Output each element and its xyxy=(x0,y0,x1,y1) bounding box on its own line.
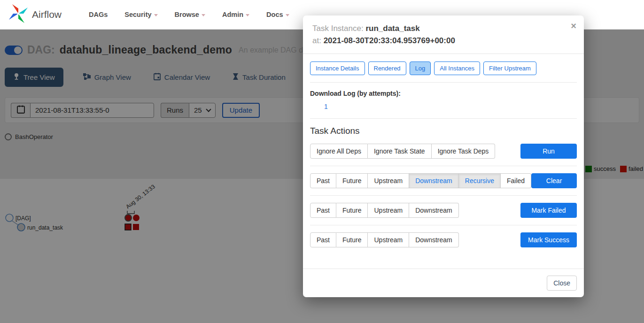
at-prefix: at: xyxy=(312,36,321,45)
instance-details-button[interactable]: Instance Details xyxy=(310,62,365,75)
nav-label: DAGs xyxy=(89,11,108,18)
execution-timestamp: 2021-08-30T20:33:04.953769+00:00 xyxy=(324,36,455,45)
title-task-name: run_data_task xyxy=(365,24,419,33)
downstream-toggle[interactable]: Downstream xyxy=(409,232,459,247)
ignore-options-group: Ignore All Deps Ignore Task State Ignore… xyxy=(310,144,495,159)
caret-down-icon xyxy=(286,14,289,16)
nav-label: Docs xyxy=(266,11,283,18)
clear-options-group: Past Future Upstream Downstream Recursiv… xyxy=(310,173,531,188)
nav-label: Browse xyxy=(175,11,199,18)
task-instance-modal: Task Instance: run_data_task at: 2021-08… xyxy=(303,15,584,297)
ignore-all-deps-toggle[interactable]: Ignore All Deps xyxy=(310,144,368,159)
rendered-button[interactable]: Rendered xyxy=(368,62,406,75)
mark-failed-button[interactable]: Mark Failed xyxy=(520,203,577,218)
all-instances-button[interactable]: All Instances xyxy=(434,62,480,75)
modal-footer: Close xyxy=(303,269,584,297)
mark-failed-options-group: Past Future Upstream Downstream xyxy=(310,203,459,218)
airflow-brand[interactable]: Airflow xyxy=(8,4,62,25)
downstream-toggle[interactable]: Downstream xyxy=(409,173,459,188)
future-toggle[interactable]: Future xyxy=(336,232,368,247)
caret-down-icon xyxy=(154,14,158,16)
future-toggle[interactable]: Future xyxy=(336,203,368,218)
upstream-toggle[interactable]: Upstream xyxy=(368,173,409,188)
caret-down-icon xyxy=(246,14,249,16)
past-toggle[interactable]: Past xyxy=(310,203,336,218)
log-button[interactable]: Log xyxy=(410,62,431,75)
future-toggle[interactable]: Future xyxy=(336,173,368,188)
upstream-toggle[interactable]: Upstream xyxy=(368,232,409,247)
ignore-task-deps-toggle[interactable]: Ignore Task Deps xyxy=(432,144,496,159)
airflow-logo-icon xyxy=(8,4,28,25)
close-button[interactable]: Close xyxy=(547,276,577,291)
run-button[interactable]: Run xyxy=(520,144,577,159)
mark-success-options-group: Past Future Upstream Downstream xyxy=(310,232,459,247)
caret-down-icon xyxy=(202,14,205,16)
downstream-toggle[interactable]: Downstream xyxy=(409,203,459,218)
nav-item-docs[interactable]: Docs xyxy=(266,11,289,18)
modal-body: Instance Details Rendered Log All Instan… xyxy=(303,54,584,269)
mark-failed-action-row: Past Future Upstream Downstream Mark Fai… xyxy=(310,203,577,218)
failed-toggle[interactable]: Failed xyxy=(501,173,531,188)
mark-success-action-row: Past Future Upstream Downstream Mark Suc… xyxy=(310,232,577,247)
brand-label: Airflow xyxy=(32,9,62,20)
modal-title-line1: Task Instance: run_data_task xyxy=(312,23,574,35)
nav-item-admin[interactable]: Admin xyxy=(222,11,249,18)
close-icon[interactable]: × xyxy=(571,21,576,31)
nav-item-browse[interactable]: Browse xyxy=(175,11,205,18)
clear-button[interactable]: Clear xyxy=(531,173,577,188)
attempt-1-link[interactable]: 1 xyxy=(324,103,328,110)
nav-item-dags[interactable]: DAGs xyxy=(89,11,108,18)
mark-success-button[interactable]: Mark Success xyxy=(520,232,577,247)
nav-item-security[interactable]: Security xyxy=(124,11,157,18)
nav-label: Admin xyxy=(222,11,243,18)
airflow-app: Airflow DAGs Security Browse Admin Docs … xyxy=(0,0,644,323)
modal-header: Task Instance: run_data_task at: 2021-08… xyxy=(303,15,584,54)
nav-label: Security xyxy=(124,11,151,18)
past-toggle[interactable]: Past xyxy=(310,173,336,188)
ignore-task-state-toggle[interactable]: Ignore Task State xyxy=(368,144,432,159)
upstream-toggle[interactable]: Upstream xyxy=(368,203,409,218)
run-action-row: Ignore All Deps Ignore Task State Ignore… xyxy=(310,144,577,159)
filter-upstream-button[interactable]: Filter Upstream xyxy=(483,62,536,75)
modal-title-line2: at: 2021-08-30T20:33:04.953769+00:00 xyxy=(312,35,574,47)
task-actions-title: Task Actions xyxy=(310,126,577,136)
clear-action-row: Past Future Upstream Downstream Recursiv… xyxy=(310,173,577,188)
past-toggle[interactable]: Past xyxy=(310,232,336,247)
download-log-label: Download Log (by attempts): xyxy=(310,90,577,97)
recursive-toggle[interactable]: Recursive xyxy=(459,173,501,188)
instance-toolbar: Instance Details Rendered Log All Instan… xyxy=(310,62,577,75)
nav-menu: DAGs Security Browse Admin Docs xyxy=(89,11,289,18)
title-prefix: Task Instance: xyxy=(312,24,364,33)
